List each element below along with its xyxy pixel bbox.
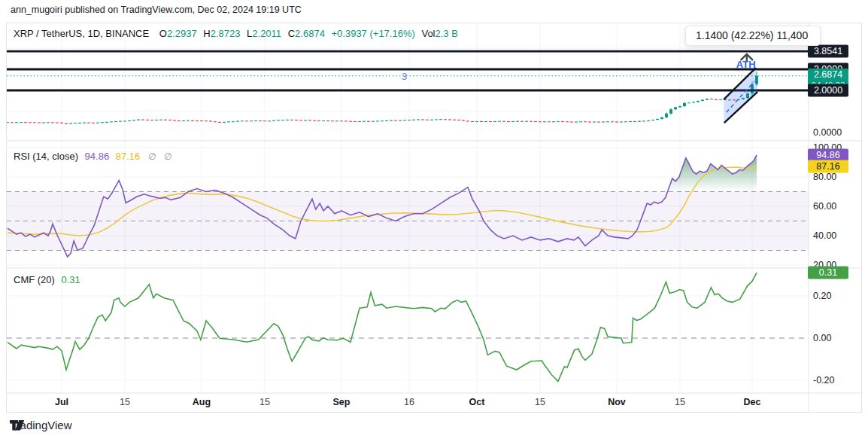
current-price-value: 2.6874 [808,69,848,80]
time-axis-label: Aug [193,397,211,407]
time-axis-label: Oct [469,397,485,407]
price-change-tooltip: 1.1400 (42.22%) 11,400 [685,26,821,46]
tradingview-logo-icon [10,419,25,432]
cmf-legend: CMF (20) 0.31 [14,274,84,285]
time-axis-label: Dec [744,397,761,407]
symbol-title: XRP / TetherUS, 1D, BINANCE [14,28,149,39]
time-axis-label: Jul [55,397,68,407]
count-annotation: 3 [402,71,407,82]
rsi-value: 94.86 [85,151,110,162]
tradingview-watermark[interactable]: TradingView [10,419,72,431]
time-axis-label: Sep [333,397,351,407]
rsi-axis-label: 40.00 [813,230,836,241]
low-value: 2.2011 [252,28,281,39]
high-label: H [203,28,210,39]
time-axis-label: 15 [535,397,545,407]
cmf-axis-label: 0.00 [813,333,831,343]
empty-set-icon[interactable]: ∅ [148,151,156,162]
change-value: +0.3937 (+17.16%) [332,28,415,39]
cmf-axis-label: 0.20 [813,291,831,301]
rsi-ma-value: 87.16 [116,151,141,162]
time-axis-label: 15 [259,397,270,407]
price-axis-label: 0.0000 [813,127,842,138]
volume-value: 2.3 B [436,28,458,39]
symbol-legend: XRP / TetherUS, 1D, BINANCE O2.2937 H2.8… [14,28,462,39]
cmf-value-badge: 0.31 [808,267,848,279]
ath-annotation: ATH [736,59,756,70]
cmf-axis-label: -0.20 [813,375,835,386]
rsi-axis-label: 60.00 [813,201,836,212]
price-level-badge: 3.8541 [808,45,848,58]
time-axis-label: 15 [675,397,685,407]
rsi-title: RSI (14, close) [14,151,78,162]
cmf-value: 0.31 [62,274,80,285]
rsi-legend: RSI (14, close) 94.86 87.16 ∅ ∅ [14,151,175,162]
time-axis-label: 15 [120,397,130,407]
volume-label: Vol [421,28,435,39]
open-value: 2.2937 [167,28,197,39]
rsi-value-badge: 87.16 [808,160,848,173]
rsi-axis-label: 80.00 [813,172,836,182]
empty-set-icon[interactable]: ∅ [164,151,171,162]
price-level-badge: 2.0000 [808,84,848,97]
close-value: 2.6874 [295,28,325,39]
time-axis-label: 16 [404,397,414,407]
open-label: O [159,28,167,39]
close-label: C [288,28,295,39]
high-value: 2.8723 [211,28,241,39]
time-axis-label: Nov [608,397,626,407]
cmf-title: CMF (20) [14,274,55,285]
